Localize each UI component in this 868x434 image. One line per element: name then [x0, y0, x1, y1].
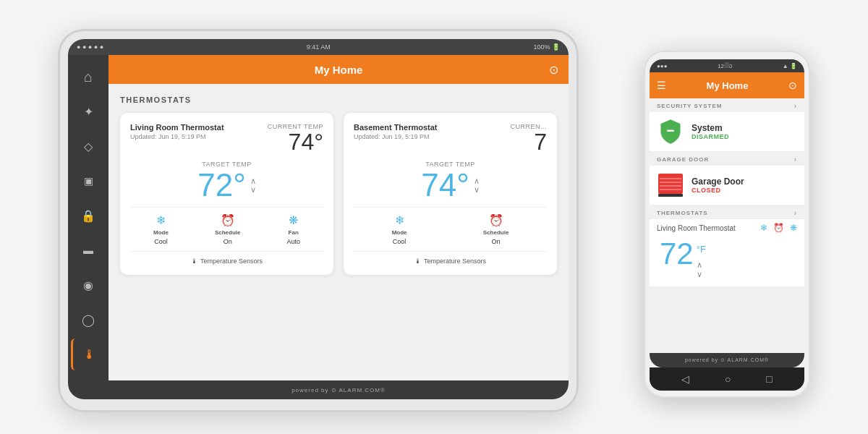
phone-footer: powered by ⊙ ALARM.COM®	[650, 353, 804, 367]
thermostat-updated-2: Updated: Jun 19, 5:19 PM	[354, 133, 438, 140]
sidebar-item-security[interactable]: ◇	[71, 130, 106, 162]
schedule-control-1[interactable]: ⏰ Schedule On	[215, 213, 241, 245]
mode-value-2: Cool	[393, 238, 407, 245]
sidebar-item-home[interactable]: ⌂	[71, 61, 106, 93]
hamburger-icon[interactable]: ☰	[657, 80, 666, 91]
mode-control-1[interactable]: ❄ Mode Cool	[153, 213, 169, 245]
target-temp-value-2: 74° ∧ ∨	[354, 169, 547, 201]
phone-settings-icon[interactable]: ⊙	[788, 80, 797, 91]
garage-device-row[interactable]: Garage Door CLOSED	[650, 166, 804, 205]
fan-icon-1: ❋	[289, 213, 298, 227]
phone-schedule-icon: ⏰	[773, 223, 784, 233]
svg-rect-4	[660, 185, 681, 187]
phone-thermo-arrows[interactable]: ∧ ∨	[697, 260, 702, 279]
phone-body: SECURITY SYSTEM › System DISARMED	[650, 98, 804, 353]
phone-app-title: My Home	[671, 80, 784, 91]
sidebar-item-energy[interactable]: ◯	[71, 304, 106, 336]
phone-thermo-device-header: Living Room Thermostat ❄ ⏰ ❋	[650, 219, 804, 235]
security-section-title: SECURITY SYSTEM	[657, 103, 722, 109]
phone-screen: ●●● 12:30 ▲ 🔋 ☰ My Home ⊙ SECURITY SYSTE…	[650, 59, 804, 367]
svg-rect-0	[667, 130, 674, 132]
svg-rect-2	[660, 178, 681, 179]
phone-fan-icon: ❋	[790, 223, 797, 233]
garage-section: GARAGE DOOR ›	[650, 152, 804, 205]
schedule-value-1: On	[224, 238, 232, 245]
security-chevron-icon: ›	[794, 102, 797, 110]
phone-battery: ▲ 🔋	[783, 63, 797, 69]
thermostat-card-basement: Basement Thermostat Updated: Jun 19, 5:1…	[344, 113, 557, 275]
phone-thermo-icons: ❄ ⏰ ❋	[760, 223, 797, 233]
garage-section-header[interactable]: GARAGE DOOR ›	[650, 152, 804, 166]
thermostat-card-header-1: Living Room Thermostat Updated: Jun 19, …	[130, 123, 323, 153]
security-device-name: System	[692, 123, 797, 133]
phone-thermostat-section-title: THERMOSTATS	[657, 210, 708, 216]
phone-app-header: ☰ My Home ⊙	[650, 72, 804, 98]
garage-device-name: Garage Door	[692, 176, 797, 187]
tablet-content: ⌂ ✦ ◇ ▣ 🔒 ▬ ◉ ◯ 🌡 My Home	[68, 55, 569, 399]
thermostat-cards: Living Room Thermostat Updated: Jun 19, …	[120, 113, 557, 275]
thermo-controls-2: ❄ Mode Cool ⏰ Schedule On	[354, 207, 547, 252]
security-section-header[interactable]: SECURITY SYSTEM ›	[650, 98, 804, 112]
sidebar-item-garage[interactable]: ▬	[71, 234, 106, 266]
phone-thermo-degrees: 72	[660, 237, 694, 271]
target-degrees-1: 72°	[197, 169, 246, 201]
schedule-label-1: Schedule	[215, 229, 241, 236]
sensor-icon-1: 🌡	[191, 258, 197, 265]
fan-label-1: Fan	[289, 229, 299, 236]
schedule-label-2: Schedule	[483, 229, 509, 236]
sensor-icon-2: 🌡	[414, 258, 421, 265]
scene: ● ● ● ● ● 9:41 AM 100% 🔋 ⌂ ✦ ◇ ▣ 🔒 ▬ ◉ ◯	[36, 14, 832, 420]
phone-navigation-bar: ◁ ○ □	[650, 367, 804, 391]
schedule-icon-1: ⏰	[221, 213, 235, 227]
thermostat-card-header-2: Basement Thermostat Updated: Jun 19, 5:1…	[354, 123, 547, 153]
temp-sensors-2[interactable]: 🌡 Temperature Sensors	[354, 258, 547, 265]
snowflake-icon-1: ❄	[156, 213, 166, 227]
back-button[interactable]: ◁	[681, 373, 689, 385]
garage-chevron-icon: ›	[794, 156, 797, 163]
sidebar-item-media[interactable]: ▣	[71, 165, 106, 197]
tablet-body: THERMOSTATS Living Room Thermostat Updat…	[109, 84, 569, 380]
sidebar-item-camera[interactable]: ◉	[71, 269, 106, 301]
shield-icon	[658, 119, 684, 145]
security-device-status: DISARMED	[692, 133, 797, 140]
temp-arrows-1[interactable]: ∧ ∨	[250, 176, 256, 194]
signal-dots: ● ● ● ● ●	[77, 43, 103, 51]
thermometer-icon: 🌡	[83, 347, 96, 362]
phone-snowflake-icon: ❄	[760, 223, 767, 233]
phone-thermostat-section-header[interactable]: THERMOSTATS ›	[650, 205, 804, 219]
thermostat-name-2: Basement Thermostat	[354, 123, 438, 132]
home-button[interactable]: ○	[725, 373, 731, 385]
phone: ●●● 12:30 ▲ 🔋 ☰ My Home ⊙ SECURITY SYSTE…	[644, 51, 810, 398]
thermostat-card-living-room: Living Room Thermostat Updated: Jun 19, …	[120, 113, 333, 275]
garage-door-icon	[657, 172, 684, 198]
recents-button[interactable]: □	[766, 373, 772, 385]
fan-control-1[interactable]: ❋ Fan Auto	[286, 213, 300, 245]
temp-sensors-1[interactable]: 🌡 Temperature Sensors	[130, 258, 323, 265]
thermostat-updated-1: Updated: Jun 19, 5:19 PM	[130, 133, 224, 140]
target-temp-section-2: TARGET TEMP 74° ∧ ∨	[354, 161, 547, 201]
security-device-row[interactable]: System DISARMED	[650, 112, 804, 151]
schedule-control-2[interactable]: ⏰ Schedule On	[483, 213, 509, 245]
phone-signal: ●●●	[657, 63, 668, 69]
section-title-thermostats: THERMOSTATS	[120, 95, 557, 104]
mode-label-2: Mode	[392, 229, 407, 236]
settings-icon[interactable]: ⊙	[549, 63, 558, 77]
sidebar-item-locks[interactable]: 🔒	[71, 200, 106, 231]
current-temp-value-2: 7	[510, 130, 547, 153]
phone-thermo-device-name: Living Room Thermostat	[657, 224, 756, 232]
current-temp-value-1: 74°	[268, 130, 323, 153]
thermo-controls-1: ❄ Mode Cool ⏰ Schedule On	[130, 207, 323, 252]
tablet-time: 9:41 AM	[307, 43, 331, 51]
shield-icon-wrap	[657, 118, 684, 145]
fan-value-1: Auto	[286, 238, 300, 245]
sidebar-item-thermostats[interactable]: 🌡	[71, 339, 106, 370]
sidebar-item-lighting[interactable]: ✦	[71, 95, 106, 127]
mode-control-2[interactable]: ❄ Mode Cool	[392, 213, 407, 245]
temp-arrows-2[interactable]: ∧ ∨	[474, 176, 480, 194]
garage-section-title: GARAGE DOOR	[657, 156, 709, 163]
target-temp-value-1: 72° ∧ ∨	[130, 169, 323, 201]
sidebar: ⌂ ✦ ◇ ▣ 🔒 ▬ ◉ ◯ 🌡	[68, 55, 109, 399]
tablet-screen: ● ● ● ● ● 9:41 AM 100% 🔋 ⌂ ✦ ◇ ▣ 🔒 ▬ ◉ ◯	[68, 39, 569, 399]
security-section: SECURITY SYSTEM › System DISARMED	[650, 98, 804, 151]
phone-camera	[724, 62, 730, 68]
